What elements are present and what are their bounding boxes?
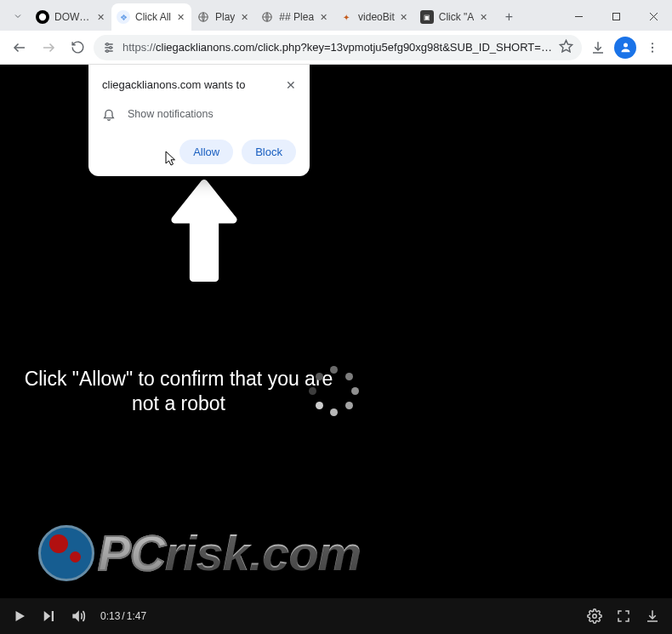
svg-point-20 (652, 50, 653, 52)
svg-rect-4 (612, 13, 619, 20)
globe-icon (196, 10, 210, 24)
tab-label: ## Plea (279, 11, 314, 23)
tab-label: Click "A (439, 11, 475, 23)
svg-rect-23 (52, 611, 54, 621)
tab-2[interactable]: Play ✕ (191, 3, 255, 31)
svg-marker-21 (16, 611, 26, 621)
watermark: PCrisk.com (38, 524, 361, 581)
tab-close-icon[interactable]: ✕ (477, 11, 489, 23)
svg-point-18 (652, 43, 653, 44)
svg-marker-15 (560, 40, 572, 51)
tab-0[interactable]: DOWNL ✕ (31, 3, 111, 31)
maximize-button[interactable] (597, 2, 635, 31)
mouse-cursor-icon (165, 151, 179, 171)
svg-point-0 (39, 14, 46, 20)
favicon-icon: ❖ (117, 10, 130, 24)
tab-strip: DOWNL ✕ ❖ Click All ✕ Play ✕ ## Plea ✕ ✦… (0, 0, 672, 31)
favicon-icon: ✦ (339, 10, 353, 24)
profile-button[interactable] (614, 37, 636, 59)
downloads-button[interactable] (585, 35, 611, 60)
svg-point-19 (652, 46, 653, 48)
watermark-logo-icon (38, 525, 94, 581)
globe-icon (260, 10, 274, 24)
new-tab-button[interactable]: + (498, 6, 520, 28)
fullscreen-button[interactable] (616, 608, 631, 624)
window-controls (560, 2, 672, 31)
tab-1[interactable]: ❖ Click All ✕ (111, 3, 191, 31)
back-button[interactable] (7, 35, 32, 60)
watermark-text: PCrisk.com (98, 524, 361, 581)
notification-title: cliegacklianons.com wants to (102, 78, 286, 91)
video-time: 0:13 / 1:47 (100, 610, 146, 622)
bookmark-star-icon[interactable] (559, 39, 573, 56)
video-controls: 0:13 / 1:47 (0, 598, 672, 634)
captcha-message: Click "Allow" to confirm that you are no… (21, 367, 336, 416)
site-settings-icon[interactable] (102, 41, 116, 54)
svg-point-14 (106, 49, 109, 52)
block-button[interactable]: Block (242, 140, 296, 164)
loading-spinner-icon (309, 366, 360, 417)
forward-button[interactable] (36, 35, 61, 60)
download-button[interactable] (645, 608, 660, 624)
tab-close-icon[interactable]: ✕ (398, 11, 410, 23)
svg-point-24 (593, 614, 597, 619)
notification-close-icon[interactable]: ✕ (286, 78, 296, 92)
volume-button[interactable] (70, 608, 87, 625)
next-button[interactable] (41, 608, 56, 624)
tab-4[interactable]: ✦ videoBit ✕ (334, 3, 415, 31)
notification-permission-dialog: cliegacklianons.com wants to ✕ Show noti… (88, 65, 310, 176)
svg-point-13 (110, 46, 112, 49)
allow-button[interactable]: Allow (179, 140, 233, 164)
url-text: https://cliegacklianons.com/click.php?ke… (122, 41, 552, 54)
tab-label: Click All (135, 11, 171, 23)
menu-button[interactable] (640, 35, 665, 60)
search-tabs-button[interactable] (5, 2, 31, 31)
tab-label: DOWNL (54, 11, 91, 23)
toolbar: https://cliegacklianons.com/click.php?ke… (0, 31, 672, 65)
tab-close-icon[interactable]: ✕ (94, 11, 106, 23)
favicon-icon (36, 10, 49, 24)
play-button[interactable] (12, 608, 27, 624)
reload-button[interactable] (65, 35, 90, 60)
tab-label: Play (215, 11, 235, 23)
svg-marker-22 (44, 611, 51, 621)
tab-5[interactable]: ▣ Click "A ✕ (415, 3, 495, 31)
close-window-button[interactable] (635, 2, 672, 31)
minimize-button[interactable] (560, 2, 597, 31)
tab-close-icon[interactable]: ✕ (238, 11, 250, 23)
tab-close-icon[interactable]: ✕ (174, 11, 186, 23)
tab-3[interactable]: ## Plea ✕ (255, 3, 334, 31)
tab-label: videoBit (358, 11, 395, 23)
address-bar[interactable]: https://cliegacklianons.com/click.php?ke… (94, 35, 582, 60)
svg-point-17 (624, 43, 628, 48)
notification-description: Show notifications (128, 108, 214, 120)
settings-gear-icon[interactable] (587, 608, 602, 624)
page-content: cliegacklianons.com wants to ✕ Show noti… (0, 65, 672, 634)
arrow-up-icon (166, 180, 242, 285)
bell-icon (102, 107, 116, 121)
tab-close-icon[interactable]: ✕ (317, 11, 329, 23)
svg-point-12 (106, 43, 109, 45)
favicon-icon: ▣ (420, 10, 434, 24)
